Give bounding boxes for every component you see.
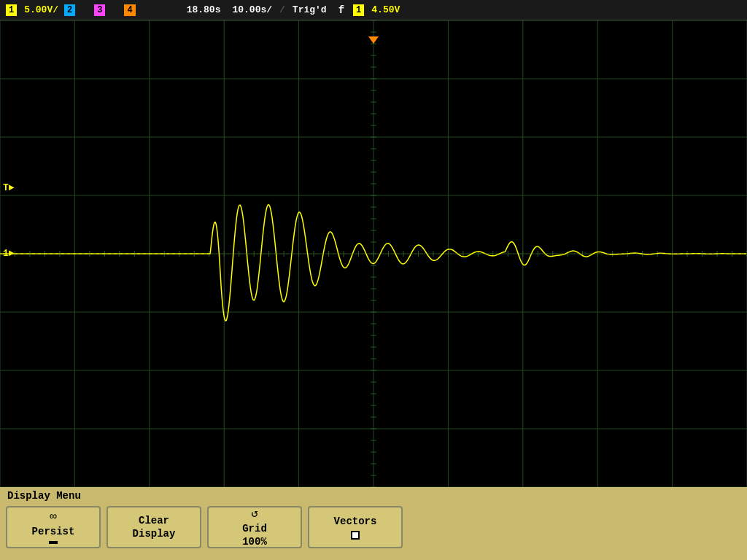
grid-button[interactable]: ↺ Grid100%	[207, 506, 302, 548]
trig-ch-badge: 1	[353, 4, 364, 16]
trig-edge-icon: f	[333, 3, 350, 18]
menu-buttons: ∞ Persist ClearDisplay ↺ Grid100% Vector…	[6, 506, 741, 548]
status-bar: 1 5.00V/ 2 3 4 18.80s 10.00s/ / Trig'd f…	[0, 0, 747, 20]
trig-status: Trig'd	[287, 3, 333, 17]
ch1-voltage: 5.00V/	[18, 3, 64, 17]
grid-icon: ↺	[251, 506, 258, 521]
time-position: 18.80s	[181, 3, 227, 17]
grid-label: Grid100%	[242, 522, 267, 548]
ch4-badge: 4	[124, 4, 135, 16]
persist-checkbox	[49, 541, 58, 544]
vectors-button[interactable]: Vectors	[308, 506, 403, 548]
ch1-badge: 1	[6, 4, 17, 16]
persist-label: Persist	[32, 525, 75, 538]
ch2-badge: 2	[64, 4, 75, 16]
menu-bar: Display Menu ∞ Persist ClearDisplay ↺ Gr…	[0, 487, 747, 560]
time-div: 10.00s/	[226, 3, 278, 17]
ch1-ground-marker: 1►	[3, 248, 15, 259]
scope-screen: T► 1►	[0, 20, 747, 487]
wave-canvas	[0, 20, 747, 487]
persist-button[interactable]: ∞ Persist	[6, 506, 101, 548]
oscilloscope-container: 1 5.00V/ 2 3 4 18.80s 10.00s/ / Trig'd f…	[0, 0, 747, 560]
trig-level: 4.50V	[365, 3, 406, 17]
vectors-checkbox	[351, 531, 360, 540]
ch1-trigger-marker: T►	[3, 182, 15, 193]
clear-display-label: ClearDisplay	[133, 514, 176, 540]
trigger-position-arrow	[368, 36, 379, 44]
clear-display-button[interactable]: ClearDisplay	[107, 506, 201, 548]
menu-title: Display Menu	[6, 490, 741, 502]
ch3-badge: 3	[94, 4, 105, 16]
vectors-label: Vectors	[334, 515, 377, 528]
persist-icon: ∞	[50, 510, 57, 524]
